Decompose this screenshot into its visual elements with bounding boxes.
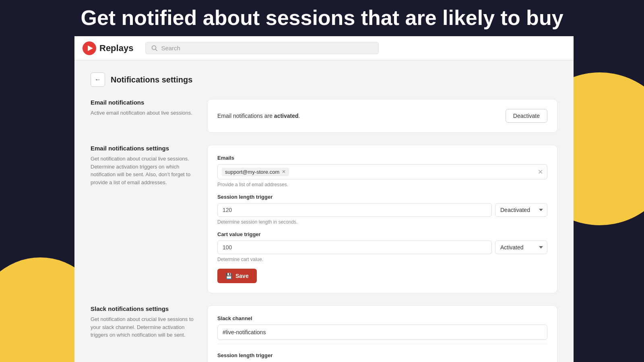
email-tag: support@my-store.com ✕: [222, 168, 289, 176]
email-tags-input[interactable]: support@my-store.com ✕ ✕: [217, 164, 547, 179]
slack-session-trigger-label: Session length trigger: [217, 352, 547, 358]
cart-trigger-input[interactable]: [217, 241, 492, 254]
notification-status-row: Email notifications are activated. Deact…: [217, 109, 547, 123]
emails-clear-icon[interactable]: ✕: [538, 168, 543, 176]
session-trigger-input-group: Deactivated Activated: [217, 203, 547, 217]
session-trigger-hint: Determine session length in seconds.: [217, 219, 547, 225]
session-trigger-label: Session length trigger: [217, 194, 547, 200]
slack-settings-card: Slack channel Session length trigger: [207, 305, 557, 362]
search-icon: [151, 45, 158, 51]
email-tag-remove[interactable]: ✕: [282, 169, 286, 175]
email-settings-row: Email notifications settings Get notific…: [91, 145, 557, 293]
email-notifications-label: Email notifications Active email notific…: [91, 99, 195, 133]
navbar: Replays Search: [74, 36, 574, 60]
logo-text: Replays: [99, 43, 133, 53]
logo-area: Replays: [83, 41, 133, 55]
email-settings-title: Email notifications settings: [91, 145, 195, 152]
search-placeholder: Search: [161, 45, 180, 51]
email-settings-card: Emails support@my-store.com ✕ ✕ Provide …: [207, 145, 557, 293]
hero-section: Get notified about sessions that are lik…: [0, 0, 644, 36]
email-notifications-card: Email notifications are activated. Deact…: [207, 99, 557, 133]
email-settings-desc: Get notification about crucial live sess…: [91, 155, 195, 186]
cart-trigger-select[interactable]: Activated Deactivated: [495, 241, 547, 254]
page-header: ← Notifications settings: [91, 72, 557, 87]
back-button[interactable]: ←: [91, 72, 105, 87]
slack-settings-desc: Get notification about crucial live sess…: [91, 315, 195, 339]
save-icon: 💾: [225, 273, 232, 279]
cart-trigger-hint: Determine cart value.: [217, 257, 547, 262]
email-settings-label: Email notifications settings Get notific…: [91, 145, 195, 293]
email-status-text: Email notifications are activated.: [217, 113, 300, 119]
page-content: ← Notifications settings Email notificat…: [74, 60, 574, 362]
app-container: Replays Search ← Notifications settings …: [74, 36, 574, 362]
logo-icon: [83, 41, 96, 55]
email-notifications-title: Email notifications: [91, 99, 195, 106]
slack-settings-label: Slack notifications settings Get notific…: [91, 305, 195, 362]
search-bar[interactable]: Search: [145, 42, 379, 54]
save-label: Save: [235, 273, 249, 279]
page-title: Notifications settings: [111, 75, 192, 84]
slack-settings-title: Slack notifications settings: [91, 305, 195, 312]
cart-trigger-input-group: Activated Deactivated: [217, 241, 547, 254]
slack-settings-row: Slack notifications settings Get notific…: [91, 305, 557, 362]
slack-channel-label: Slack channel: [217, 315, 547, 321]
email-notifications-desc: Active email notification about live ses…: [91, 109, 195, 117]
cart-trigger-row: Cart value trigger Activated Deactivated…: [217, 231, 547, 262]
email-status-value: activated: [274, 113, 299, 119]
session-trigger-select[interactable]: Deactivated Activated: [495, 203, 547, 217]
emails-label: Emails: [217, 155, 547, 161]
session-trigger-input[interactable]: [217, 203, 492, 217]
email-notifications-row: Email notifications Active email notific…: [91, 99, 557, 133]
slack-channel-input[interactable]: [217, 325, 547, 340]
session-trigger-row: Session length trigger Deactivated Activ…: [217, 194, 547, 225]
email-tag-value: support@my-store.com: [225, 169, 279, 175]
divider: [217, 344, 547, 344]
save-button[interactable]: 💾 Save: [217, 269, 257, 283]
cart-trigger-label: Cart value trigger: [217, 231, 547, 237]
emails-hint: Provide a list of email addresses.: [217, 182, 547, 187]
deactivate-button[interactable]: Deactivate: [506, 109, 547, 123]
svg-line-3: [156, 49, 157, 51]
hero-title: Get notified about sessions that are lik…: [80, 6, 563, 29]
back-arrow-icon: ←: [95, 76, 101, 83]
